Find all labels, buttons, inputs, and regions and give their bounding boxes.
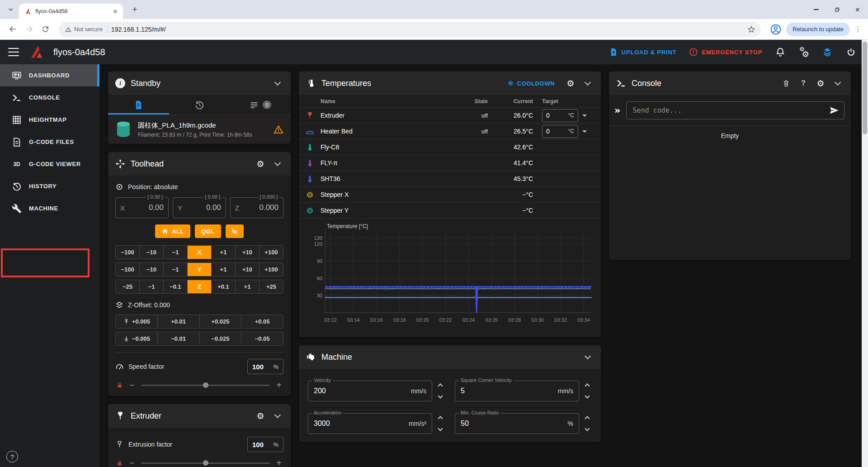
- scrollbar-thumb[interactable]: [863, 42, 867, 134]
- tab-search-button[interactable]: [5, 3, 17, 16]
- z-offset-down-button[interactable]: −0.05: [241, 332, 283, 345]
- page-scrollbar[interactable]: [862, 40, 868, 467]
- qgl-button[interactable]: QGL: [195, 224, 221, 238]
- extrusion-decrease-button[interactable]: −: [128, 459, 136, 467]
- home-all-button[interactable]: ALL: [155, 224, 190, 238]
- bookmark-star-icon[interactable]: [747, 25, 755, 33]
- console-collapse-button[interactable]: [832, 77, 844, 89]
- extrusion-increase-button[interactable]: +: [275, 459, 283, 467]
- sidebar-item-console[interactable]: CONSOLE: [0, 86, 99, 109]
- acceleration-input[interactable]: Acceleration3000mm/s²: [308, 413, 432, 434]
- update-layers-icon[interactable]: [822, 47, 833, 57]
- axis-x-position-input[interactable]: [ 0.00 ]X0.00: [115, 197, 169, 218]
- target-temp-input[interactable]: 0°C: [542, 109, 578, 122]
- stepper-down-button[interactable]: [438, 426, 443, 431]
- toolhead-collapse-button[interactable]: [272, 158, 283, 170]
- jog-z-button[interactable]: −1: [139, 280, 163, 293]
- min-cruise-ratio-input[interactable]: Min. Cruise Ratio50%: [455, 413, 579, 434]
- motors-off-button[interactable]: [226, 224, 244, 238]
- jog-axis-x-button[interactable]: X: [187, 246, 211, 259]
- z-offset-up-button[interactable]: +0.05: [241, 315, 283, 328]
- jog-x-button[interactable]: −1: [163, 246, 187, 259]
- target-presets-caret[interactable]: [582, 130, 587, 133]
- notifications-bell-icon[interactable]: [775, 47, 786, 57]
- z-offset-down-button[interactable]: −0.025: [199, 332, 241, 345]
- back-button[interactable]: [5, 22, 20, 37]
- axis-y-position-input[interactable]: [ 0.00 ]Y0.00: [173, 197, 226, 218]
- sidebar-item-history[interactable]: HISTORY: [0, 175, 99, 197]
- jog-axis-y-button[interactable]: Y: [187, 263, 211, 276]
- speed-factor-input[interactable]: 100 %: [247, 359, 283, 374]
- settings-gears-icon[interactable]: ⚙ ⚙: [798, 47, 809, 57]
- stepper-down-button[interactable]: [585, 426, 590, 431]
- upload-print-button[interactable]: UPLOAD & PRINT: [609, 48, 677, 57]
- help-button[interactable]: ?: [6, 451, 18, 462]
- extrusion-factor-slider[interactable]: [141, 462, 270, 464]
- z-offset-up-button[interactable]: +0.005: [116, 315, 157, 328]
- stepper-up-button[interactable]: [585, 416, 590, 421]
- z-offset-down-button[interactable]: −0.005: [116, 332, 157, 345]
- console-command-input[interactable]: [627, 102, 844, 119]
- jog-z-button[interactable]: +1: [235, 280, 259, 293]
- target-presets-caret[interactable]: [582, 114, 587, 117]
- console-help-icon[interactable]: ?: [797, 77, 809, 89]
- jog-y-button[interactable]: +10: [235, 263, 259, 276]
- jog-z-button[interactable]: −25: [116, 280, 139, 293]
- console-expand-icon[interactable]: »: [614, 105, 621, 116]
- speed-factor-slider[interactable]: [141, 385, 270, 386]
- jog-y-button[interactable]: −10: [139, 263, 163, 276]
- stepper-up-button[interactable]: [438, 416, 443, 421]
- browser-menu-icon[interactable]: ⋮: [853, 25, 863, 33]
- jog-y-button[interactable]: −100: [116, 263, 139, 276]
- new-tab-button[interactable]: +: [129, 5, 140, 14]
- stepper-down-button[interactable]: [585, 393, 590, 398]
- extrusion-factor-input[interactable]: 100 %: [247, 437, 283, 452]
- extruder-settings-icon[interactable]: ⚙: [255, 410, 266, 422]
- temperatures-settings-icon[interactable]: ⚙: [565, 77, 576, 89]
- jog-x-button[interactable]: +100: [259, 246, 283, 259]
- machine-collapse-button[interactable]: [582, 351, 594, 363]
- window-minimize-button[interactable]: [806, 0, 826, 19]
- forward-button[interactable]: [22, 22, 36, 37]
- url-bar[interactable]: Not secure 192.168.1.125/m/#/: [59, 22, 761, 37]
- tab-job-queue[interactable]: 0: [230, 95, 291, 114]
- jog-x-button[interactable]: +1: [211, 246, 235, 259]
- sidebar-item-machine[interactable]: MACHINE: [0, 197, 99, 219]
- gcode-file-row[interactable]: 圆柱体_PLA_1h9m.gcode Filament: 23.83 m / 7…: [108, 115, 291, 144]
- lock-icon[interactable]: [116, 382, 123, 389]
- z-offset-down-button[interactable]: −0.01: [157, 332, 199, 345]
- console-settings-icon[interactable]: ⚙: [815, 77, 826, 89]
- stepper-down-button[interactable]: [438, 393, 443, 398]
- sidebar-item-dashboard[interactable]: DASHBOARD: [0, 64, 99, 86]
- browser-tab[interactable]: flyos-0a4d58 ✕: [19, 4, 123, 19]
- emergency-stop-button[interactable]: EMERGENCY STOP: [689, 48, 762, 57]
- z-offset-up-button[interactable]: +0.01: [157, 315, 199, 328]
- square-corner-velocity-input[interactable]: Square Corner Velocity5mm/s: [455, 381, 579, 401]
- jog-z-button[interactable]: +25: [259, 280, 283, 293]
- target-temp-input[interactable]: 0°C: [542, 125, 578, 138]
- sidebar-item-gcode-files[interactable]: G-CODE FILES: [0, 131, 99, 153]
- tab-close-icon[interactable]: ✕: [111, 7, 119, 15]
- profile-icon[interactable]: [770, 24, 782, 35]
- cooldown-button[interactable]: ❄ COOLDOWN: [508, 79, 555, 87]
- window-restore-button[interactable]: [826, 0, 847, 19]
- z-offset-up-button[interactable]: +0.025: [199, 315, 241, 328]
- refresh-button[interactable]: [38, 22, 52, 37]
- jog-z-button[interactable]: +0.1: [211, 280, 235, 293]
- toolhead-settings-icon[interactable]: ⚙: [255, 158, 266, 170]
- console-clear-trash-icon[interactable]: [780, 77, 792, 89]
- send-icon[interactable]: [829, 105, 840, 116]
- jog-y-button[interactable]: −1: [163, 263, 187, 276]
- jog-y-button[interactable]: +100: [259, 263, 283, 276]
- status-collapse-button[interactable]: [272, 77, 283, 89]
- lock-icon[interactable]: [116, 460, 123, 467]
- jog-x-button[interactable]: +10: [235, 246, 259, 259]
- jog-x-button[interactable]: −10: [139, 246, 163, 259]
- sidebar-item-gcode-viewer[interactable]: 3DG-CODE VIEWER: [0, 153, 99, 175]
- menu-icon[interactable]: [8, 48, 19, 56]
- tab-history[interactable]: [169, 95, 230, 114]
- tab-gcode-files[interactable]: [108, 95, 169, 114]
- jog-x-button[interactable]: −100: [116, 246, 139, 259]
- axis-z-position-input[interactable]: [ 0.000 ]Z0.000: [230, 197, 283, 218]
- power-icon[interactable]: [845, 47, 856, 57]
